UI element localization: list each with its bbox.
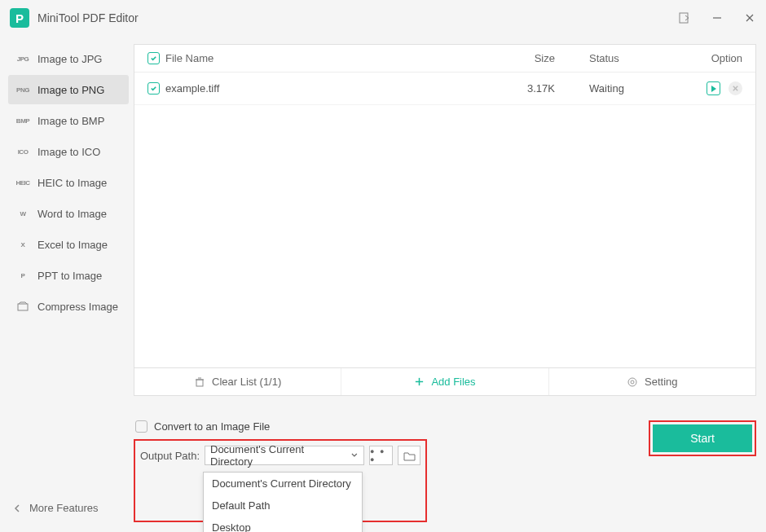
sidebar-item-label: HEIC to Image	[37, 177, 107, 189]
svg-point-13	[628, 378, 636, 386]
shortcut-icon[interactable]	[675, 8, 694, 28]
sidebar-item-bmp[interactable]: BMPImage to BMP	[8, 106, 129, 135]
dropdown-item-default[interactable]: Default Path	[204, 495, 362, 517]
folder-icon	[403, 451, 416, 461]
browse-folder-button[interactable]	[398, 446, 420, 465]
svg-rect-4	[18, 304, 28, 310]
app-logo-icon: P	[10, 8, 29, 28]
sidebar-item-heic[interactable]: HEICHEIC to Image	[8, 168, 129, 197]
setting-button[interactable]: Setting	[548, 368, 755, 395]
header-filename: File Name	[165, 52, 498, 64]
setting-label: Setting	[645, 376, 677, 388]
add-files-label: Add Files	[431, 376, 475, 388]
svg-point-14	[631, 380, 634, 384]
sidebar-item-png[interactable]: PNGImage to PNG	[8, 75, 129, 104]
sidebar-item-label: Word to Image	[37, 208, 107, 220]
convert-label: Convert to an Image File	[154, 420, 270, 433]
output-path-label: Output Path:	[140, 450, 200, 462]
content-area: File Name Size Status Option example.tif…	[134, 44, 756, 522]
sidebar-item-label: Excel to Image	[37, 239, 108, 251]
row-remove-button[interactable]	[729, 81, 742, 95]
row-size: 3.17K	[498, 82, 555, 95]
bmp-icon: BMP	[15, 115, 31, 126]
ppt-icon: P	[15, 270, 31, 281]
sidebar-item-label: Image to JPG	[37, 53, 102, 65]
dropdown-item-current[interactable]: Document's Current Directory	[204, 473, 362, 495]
output-path-row: Output Path: Document's Current Director…	[140, 446, 420, 465]
file-table: File Name Size Status Option example.tif…	[134, 44, 756, 368]
svg-marker-5	[711, 86, 716, 92]
trash-icon	[194, 376, 205, 388]
table-header: File Name Size Status Option	[134, 45, 755, 73]
table-body: example.tiff 3.17K Waiting	[134, 73, 755, 367]
sidebar-item-excel[interactable]: XExcel to Image	[8, 230, 129, 259]
more-button[interactable]: ● ● ●	[369, 446, 393, 465]
output-path-dropdown: Document's Current Directory Default Pat…	[203, 472, 363, 532]
jpg-icon: JPG	[15, 53, 31, 64]
convert-checkbox-row[interactable]: Convert to an Image File	[134, 420, 427, 433]
start-label: Start	[690, 432, 715, 445]
row-filename: example.tiff	[165, 82, 498, 95]
main-area: JPGImage to JPG PNGImage to PNG BMPImage…	[0, 36, 766, 532]
titlebar: P MiniTool PDF Editor	[0, 0, 766, 36]
row-play-button[interactable]	[707, 81, 720, 95]
clear-list-label: Clear List (1/1)	[212, 376, 281, 388]
bottom-panel: Convert to an Image File Output Path: Do…	[134, 420, 756, 522]
ico-icon: ICO	[15, 146, 31, 157]
output-path-select[interactable]: Document's Current Directory	[205, 446, 364, 465]
start-button[interactable]: Start	[653, 424, 752, 452]
row-checkbox[interactable]	[147, 82, 160, 95]
row-status: Waiting	[555, 82, 661, 95]
sidebar: JPGImage to JPG PNGImage to PNG BMPImage…	[8, 44, 129, 522]
header-status: Status	[555, 52, 661, 64]
sidebar-item-jpg[interactable]: JPGImage to JPG	[8, 44, 129, 73]
close-button[interactable]	[740, 8, 759, 28]
png-icon: PNG	[15, 84, 31, 95]
sidebar-item-ppt[interactable]: PPPT to Image	[8, 261, 129, 290]
sidebar-item-compress[interactable]: Compress Image	[8, 292, 129, 321]
sidebar-item-label: Image to BMP	[37, 115, 104, 127]
highlighted-start-area: Start	[649, 420, 756, 456]
dropdown-item-desktop[interactable]: Desktop	[204, 517, 362, 532]
sidebar-item-word[interactable]: WWord to Image	[8, 199, 129, 228]
sidebar-item-label: Compress Image	[37, 301, 118, 313]
svg-rect-8	[196, 380, 203, 386]
excel-icon: X	[15, 239, 31, 250]
plus-icon	[414, 376, 425, 387]
table-row[interactable]: example.tiff 3.17K Waiting	[134, 73, 755, 105]
highlighted-output-area: Output Path: Document's Current Director…	[134, 439, 427, 522]
sidebar-item-ico[interactable]: ICOImage to ICO	[8, 137, 129, 166]
chevron-left-icon	[13, 503, 21, 513]
header-option: Option	[661, 52, 742, 64]
header-size: Size	[498, 52, 555, 64]
window-controls	[675, 8, 759, 28]
more-features-label: More Features	[29, 502, 99, 514]
heic-icon: HEIC	[15, 177, 31, 188]
table-footer: Clear List (1/1) Add Files Setting	[134, 368, 756, 396]
convert-checkbox[interactable]	[135, 420, 147, 433]
sidebar-item-label: PPT to Image	[37, 270, 102, 282]
word-icon: W	[15, 208, 31, 219]
add-files-button[interactable]: Add Files	[341, 368, 548, 395]
more-features-button[interactable]: More Features	[8, 494, 129, 522]
select-all-checkbox[interactable]	[147, 52, 160, 64]
clear-list-button[interactable]: Clear List (1/1)	[134, 368, 341, 395]
gear-icon	[627, 376, 638, 388]
svg-rect-0	[680, 13, 688, 23]
compress-icon	[15, 301, 31, 312]
sidebar-item-label: Image to PNG	[37, 84, 104, 96]
sidebar-item-label: Image to ICO	[37, 146, 100, 158]
minimize-button[interactable]	[707, 8, 727, 28]
app-title: MiniTool PDF Editor	[37, 11, 675, 24]
output-path-value: Document's Current Directory	[210, 443, 346, 468]
chevron-down-icon	[350, 452, 359, 459]
